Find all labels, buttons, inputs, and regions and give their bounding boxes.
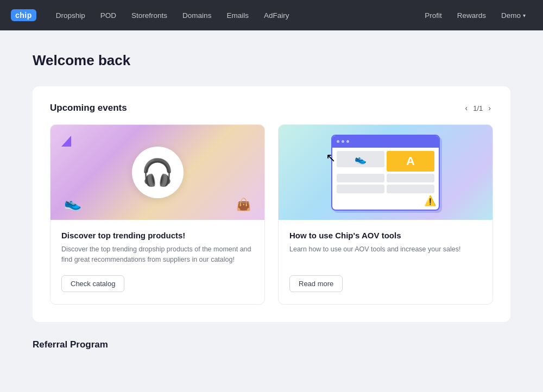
section-header: Upcoming events ‹ 1/1 › xyxy=(50,103,493,113)
logo[interactable]: chip xyxy=(11,9,36,21)
nav-item-adfairy[interactable]: AdFairy xyxy=(257,8,296,23)
warning-icon: ⚠️ xyxy=(424,195,436,207)
event-card-2: 👟 A ⚠️ ↖ How to use Ch xyxy=(278,124,493,305)
nav-rewards[interactable]: Rewards xyxy=(451,8,493,23)
navbar: chip Dropship POD Storefronts Domains Em… xyxy=(0,0,543,30)
pagination-count: 1/1 xyxy=(473,104,483,112)
bag-icon: 👜 xyxy=(236,198,251,212)
browser-mockup: 👟 A ⚠️ xyxy=(331,135,440,211)
upcoming-events-section: Upcoming events ‹ 1/1 › 👟 🎧 👜 Discover t… xyxy=(33,86,510,322)
browser-bar-1 xyxy=(337,174,384,182)
browser-bar-2 xyxy=(387,174,434,182)
cursor-icon: ↖ xyxy=(326,151,336,165)
browser-bar-4 xyxy=(387,185,434,193)
headphone-icon: 🎧 xyxy=(132,147,184,198)
browser-dot-1 xyxy=(337,140,339,143)
card-image-1: 👟 🎧 👜 xyxy=(50,125,264,220)
card-body-2: How to use Chip's AOV tools Learn how to… xyxy=(279,220,493,304)
check-catalog-button[interactable]: Check catalog xyxy=(61,275,124,292)
nav-item-storefronts[interactable]: Storefronts xyxy=(125,8,174,23)
browser-illustration: 👟 A ⚠️ ↖ xyxy=(331,135,440,211)
browser-shoe: 👟 xyxy=(337,151,384,167)
logo-text: chip xyxy=(11,9,36,21)
card-title-1: Discover top trending products! xyxy=(61,231,254,240)
browser-bar-3 xyxy=(337,185,384,193)
card-body-1: Discover top trending products! Discover… xyxy=(50,220,264,304)
event-cards-container: 👟 🎧 👜 Discover top trending products! Di… xyxy=(50,124,493,305)
browser-top-bar xyxy=(332,136,439,148)
browser-body: 👟 A xyxy=(332,148,439,197)
navbar-right: Profit Rewards Demo ▾ xyxy=(418,8,532,23)
card-desc-1: Discover the top trending dropship produ… xyxy=(61,244,254,265)
pagination-next-arrow[interactable]: › xyxy=(486,103,493,113)
nav-profit[interactable]: Profit xyxy=(418,8,449,23)
browser-letter-a: A xyxy=(387,151,434,172)
nav-item-pod[interactable]: POD xyxy=(94,8,123,23)
nav-item-domains[interactable]: Domains xyxy=(176,8,218,23)
nav-item-dropship[interactable]: Dropship xyxy=(49,8,92,23)
page-title: Welcome back xyxy=(33,52,510,69)
upcoming-events-title: Upcoming events xyxy=(50,103,127,113)
card-title-2: How to use Chip's AOV tools xyxy=(289,231,482,240)
demo-label: Demo xyxy=(501,11,521,20)
read-more-button[interactable]: Read more xyxy=(289,275,343,292)
nav-menu: Dropship POD Storefronts Domains Emails … xyxy=(49,8,418,23)
referral-title: Referral Program xyxy=(33,339,108,350)
pagination-prev-arrow[interactable]: ‹ xyxy=(463,103,470,113)
browser-dot-3 xyxy=(346,140,349,143)
referral-section: Referral Program xyxy=(33,339,510,350)
event-card-1: 👟 🎧 👜 Discover top trending products! Di… xyxy=(50,124,265,305)
browser-dot-2 xyxy=(342,140,344,143)
main-content: Welcome back Upcoming events ‹ 1/1 › 👟 🎧… xyxy=(0,30,543,372)
shoe-icon: 👟 xyxy=(64,195,81,212)
nav-item-emails[interactable]: Emails xyxy=(220,8,255,23)
card-image-2: 👟 A ⚠️ ↖ xyxy=(279,125,493,220)
pagination: ‹ 1/1 › xyxy=(463,103,493,113)
chevron-down-icon: ▾ xyxy=(523,12,526,18)
card-desc-2: Learn how to use our AOV tools and incre… xyxy=(289,244,482,265)
nav-demo[interactable]: Demo ▾ xyxy=(495,8,532,23)
